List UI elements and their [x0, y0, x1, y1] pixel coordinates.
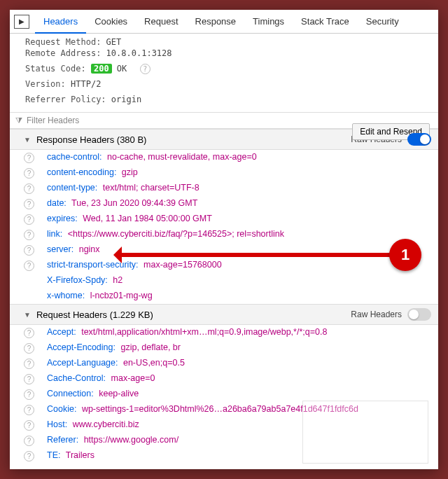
request-headers-title: Request Headers (1.229 KB)	[36, 310, 153, 320]
help-icon[interactable]: ?	[24, 153, 34, 163]
watermark	[302, 401, 428, 464]
header-name: link	[47, 229, 60, 239]
help-icon[interactable]: ?	[24, 451, 34, 461]
help-icon[interactable]: ?	[24, 343, 34, 354]
header-name: X-Firefox-Spdy	[47, 275, 105, 285]
tab-timings[interactable]: Timings	[244, 10, 293, 34]
header-row: ?expires: Wed, 11 Jan 1984 05:00:00 GMT	[10, 211, 438, 227]
header-value: max-age=15768000	[141, 260, 222, 270]
header-name: content-type	[47, 183, 95, 193]
header-row: ?date: Tue, 23 Jun 2020 09:44:39 GMT	[10, 196, 438, 211]
summary-block: Request Method: GET Remote Address: 10.8…	[10, 34, 438, 112]
header-value: Wed, 11 Jan 1984 05:00:00 GMT	[80, 214, 212, 223]
header-value: no-cache, must-revalidate, max-age=0	[105, 152, 257, 162]
help-icon[interactable]: ?	[24, 374, 34, 384]
help-icon[interactable]: ?	[24, 389, 34, 400]
header-row: ?content-encoding: gzip	[10, 165, 438, 181]
help-icon[interactable]: ?	[24, 328, 34, 338]
help-icon[interactable]: ?	[24, 359, 34, 369]
header-row: ?X-Firefox-Spdy: h2	[10, 273, 438, 289]
header-row: ?Accept-Language: en-US,en;q=0.5	[10, 356, 438, 371]
header-name: Accept-Encoding	[47, 342, 113, 352]
header-row: ?Connection: keep-alive	[10, 387, 438, 402]
chevron-down-icon: ▼	[24, 311, 31, 319]
chevron-down-icon: ▼	[24, 136, 31, 144]
header-value: gzip, deflate, br	[118, 342, 181, 352]
remote-label: Remote Address:	[25, 48, 101, 58]
header-name: Cookie	[47, 404, 74, 414]
header-name: expires	[47, 214, 75, 223]
header-row: ?link: <https://www.cyberciti.biz/faq/?p…	[10, 227, 438, 242]
help-icon[interactable]: ?	[24, 214, 34, 225]
help-icon[interactable]: ?	[24, 230, 34, 240]
tab-headers[interactable]: Headers	[35, 10, 86, 34]
header-value: <https://www.cyberciti.biz/faq/?p=146525…	[65, 229, 284, 239]
header-name: cache-control	[47, 152, 99, 162]
referrer-value: origin	[111, 95, 141, 104]
status-text: OK	[117, 64, 127, 74]
tab-bar: ▶ Headers Cookies Request Response Timin…	[10, 10, 438, 34]
header-name: TE	[47, 450, 58, 460]
raw-toggle-request[interactable]	[407, 308, 431, 321]
help-icon[interactable]: ?	[24, 261, 34, 271]
header-row: ?content-type: text/html; charset=UTF-8	[10, 181, 438, 196]
annotation-label: 1	[401, 246, 410, 264]
referrer-label: Referrer Policy:	[25, 95, 106, 104]
help-icon[interactable]: ?	[24, 183, 34, 194]
header-value: l-ncbz01-mg-wg	[88, 291, 152, 300]
header-name: Referer	[47, 435, 76, 445]
help-icon[interactable]: ?	[24, 168, 34, 179]
header-name: Host	[47, 419, 65, 429]
filter-placeholder: Filter Headers	[27, 116, 79, 125]
header-name: date	[47, 198, 64, 208]
filter-icon: ⧩	[15, 116, 22, 125]
status-badge: 200	[91, 64, 112, 74]
header-value: nginx	[76, 244, 99, 254]
header-value: Trailers	[63, 450, 94, 460]
help-icon[interactable]: ?	[140, 64, 150, 74]
raw-toggle-response[interactable]	[407, 133, 431, 146]
header-name: content-encoding	[47, 167, 114, 177]
tab-response[interactable]: Response	[187, 10, 245, 34]
header-value: keep-alive	[97, 389, 139, 398]
header-value: max-age=0	[108, 373, 155, 383]
header-row: ?x-whome: l-ncbz01-mg-wg	[10, 289, 438, 304]
request-headers-section[interactable]: ▼ Request Headers (1.229 KB) Raw Headers	[10, 304, 438, 325]
response-headers-list: ?cache-control: no-cache, must-revalidat…	[10, 150, 438, 304]
header-name: Accept	[47, 327, 74, 337]
header-name: Connection	[47, 389, 91, 398]
header-row: ?Cache-Control: max-age=0	[10, 371, 438, 387]
tab-cookies[interactable]: Cookies	[86, 10, 136, 34]
header-name: Cache-Control	[47, 373, 104, 383]
help-icon[interactable]: ?	[24, 420, 34, 431]
help-icon[interactable]: ?	[24, 199, 34, 209]
header-row: ?strict-transport-security: max-age=1576…	[10, 258, 438, 273]
tab-stacktrace[interactable]: Stack Trace	[293, 10, 358, 34]
header-row: ?cache-control: no-cache, must-revalidat…	[10, 150, 438, 165]
annotation-arrow	[118, 253, 394, 257]
help-icon[interactable]: ?	[24, 436, 34, 446]
header-value: https://www.google.com/	[81, 435, 178, 445]
header-value: h2	[111, 275, 122, 285]
response-headers-title: Response Headers (380 B)	[36, 134, 147, 145]
method-label: Request Method:	[25, 37, 101, 47]
method-value: GET	[106, 37, 122, 47]
remote-value: 10.8.0.1:3128	[106, 48, 172, 58]
header-row: ?Accept: text/html,application/xhtml+xm……	[10, 325, 438, 340]
version-label: Version:	[25, 79, 66, 89]
header-value: www.cyberciti.biz	[70, 419, 139, 429]
tab-request[interactable]: Request	[136, 10, 186, 34]
tab-security[interactable]: Security	[358, 10, 407, 34]
help-icon[interactable]: ?	[24, 245, 34, 256]
header-name: x-whome	[47, 291, 83, 300]
header-value: text/html; charset=UTF-8	[100, 183, 199, 193]
header-value: Tue, 23 Jun 2020 09:44:39 GMT	[69, 198, 197, 208]
header-value: text/html,application/xhtml+xm…ml;q=0.9,…	[79, 327, 328, 337]
annotation-badge: 1	[389, 239, 421, 271]
help-icon[interactable]: ?	[24, 405, 34, 415]
raw-label: Raw Headers	[351, 310, 402, 319]
toggle-sidebar-icon[interactable]: ▶	[14, 15, 29, 29]
header-name: server	[47, 244, 71, 254]
status-label: Status Code:	[25, 64, 86, 74]
header-value: en-US,en;q=0.5	[120, 358, 184, 368]
